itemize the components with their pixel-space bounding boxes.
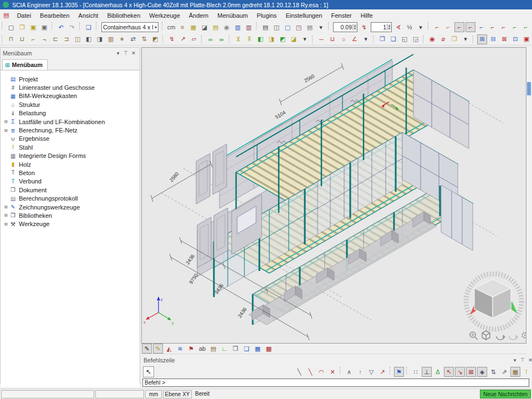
snap-tangent-icon[interactable]: ↗ <box>377 367 387 377</box>
view-control-icons[interactable] <box>470 331 526 340</box>
menu-bearbeiten[interactable]: Bearbeiten <box>35 11 74 20</box>
multicopy-icon[interactable]: ⇅ <box>139 34 149 44</box>
cancel-draw-icon[interactable]: ✕ <box>328 367 337 377</box>
member-table-icon[interactable]: ▥ <box>233 22 243 32</box>
tree-item-bibliotheken[interactable]: ⊞❒Bibliotheken <box>1 211 140 219</box>
layer-filter-icon-4[interactable]: ⌐ <box>466 22 475 32</box>
tree-item-holz[interactable]: ▮Holz <box>1 160 140 168</box>
child-window-icon[interactable]: ▤ <box>3 12 9 19</box>
spinner-arrows[interactable]: ▲▼ <box>352 24 357 30</box>
calculator-icon[interactable]: ▦ <box>188 22 198 32</box>
units-icon[interactable]: cm <box>166 22 176 32</box>
surface-numbers-icon[interactable]: ⊡ <box>510 34 520 44</box>
hide-elements-icon[interactable]: ⌀ <box>438 34 448 44</box>
layer-filter-icon-1[interactable]: ⌐ <box>432 22 442 32</box>
copy-icon[interactable]: ❐ <box>377 34 387 44</box>
snap-point-icon[interactable]: ⊺ <box>521 367 531 377</box>
result-table-icon[interactable]: ▥ <box>244 22 254 32</box>
new-document-icon[interactable]: ▢ <box>6 22 16 32</box>
visibility-icon[interactable]: ◉ <box>427 34 437 44</box>
cursor-mode-button[interactable]: ↖ <box>143 366 154 377</box>
orbit-alt-icon[interactable] <box>509 335 518 340</box>
layer-filter-icon-6[interactable]: ⌐ <box>488 22 498 32</box>
layer-filter-icon-8[interactable]: ⌐ <box>510 22 520 32</box>
open-project-icon[interactable]: ❐ <box>17 22 27 32</box>
snap-toggle-icon[interactable]: ⇅ <box>488 367 498 377</box>
layer-filter-icon-3[interactable]: ⌐ <box>454 22 464 32</box>
snap-nearest-icon[interactable]: ↘ <box>455 367 465 377</box>
disconnect-members-icon[interactable]: ⊼ <box>244 34 254 44</box>
print-icon[interactable]: ▤ <box>260 22 270 32</box>
stretch-member-icon[interactable]: ⊏ <box>50 34 60 44</box>
more-display-icon[interactable]: ▾ <box>416 22 426 32</box>
modify-polygon-icon[interactable]: ▱ <box>189 34 199 44</box>
snap-node-icon[interactable]: ◈ <box>477 367 487 377</box>
more-export-icon[interactable]: ▾ <box>316 22 326 32</box>
layer-filter-icon-2[interactable]: ⌐ <box>443 22 453 32</box>
expander-icon[interactable]: ⊞ <box>3 222 9 227</box>
project-window-icon[interactable]: ❏ <box>84 22 94 32</box>
menu-bibliotheken[interactable]: Bibliotheken <box>103 11 145 20</box>
cursor-snap-icon[interactable]: ⚑ <box>394 367 404 377</box>
command-input[interactable]: Befehl > <box>142 378 529 387</box>
draw-arc-icon[interactable]: ◠ <box>316 367 326 377</box>
new-messages-badge[interactable]: Neue Nachrichten <box>480 390 531 398</box>
wireframe-view-icon[interactable]: ✎ <box>142 344 152 354</box>
trim-member-icon[interactable]: ⊐ <box>62 34 71 44</box>
menu-einstellungen[interactable]: Einstellungen <box>281 11 326 20</box>
menu-werkzeuge[interactable]: Werkzeuge <box>145 11 184 20</box>
snap-mesh-icon[interactable]: ▦ <box>510 367 520 377</box>
fillet-member-icon[interactable]: ▥ <box>106 34 116 44</box>
display-scale-input[interactable]: 0.09 ▲▼ <box>333 22 357 32</box>
scrollbar-thumb[interactable] <box>527 82 531 95</box>
view-settings-gear-icon[interactable] <box>523 333 526 338</box>
view-cube-icon[interactable] <box>482 331 490 340</box>
tree-item-bim-werkzeugkasten[interactable]: ▦BIM-Werkzeugkasten <box>1 92 140 100</box>
paper-icon[interactable]: ▤ <box>305 22 315 32</box>
pattern-icon[interactable]: ◩ <box>150 34 160 44</box>
layer-filter-icon-9[interactable]: ⌐ <box>521 22 531 32</box>
tree-item-integrierte-design-forms[interactable]: ▥Integrierte Design Forms <box>1 152 140 160</box>
paste-properties-icon[interactable]: ◲ <box>411 34 421 44</box>
tree-item-werkzeuge[interactable]: ⊞⚒Werkzeuge <box>1 220 140 228</box>
save-as-icon[interactable]: ▣ <box>39 22 49 32</box>
layer-filter-icon-7[interactable]: ⌐ <box>499 22 509 32</box>
tree-item-struktur[interactable]: ⌂Struktur <box>1 100 140 109</box>
book-view-icon[interactable]: ❒ <box>231 344 241 354</box>
decimal-display-icon[interactable]: ½ <box>405 22 415 32</box>
spinner-arrows[interactable]: ▲▼ <box>387 24 391 30</box>
undo-icon[interactable]: ↶ <box>56 22 66 32</box>
tab-menuebaum[interactable]: ⊞ Menübaum <box>2 59 48 70</box>
colored-grid-icon[interactable]: ▩ <box>264 344 274 354</box>
snap-intersection-icon[interactable]: ▽ <box>366 367 376 377</box>
print-preview-icon[interactable]: ◫ <box>272 22 282 32</box>
draw-circle-icon[interactable]: ○ <box>339 34 349 44</box>
load-display-icon[interactable]: ↯ <box>359 22 369 32</box>
axes-view-icon[interactable]: ∟ <box>219 344 229 354</box>
snap-grid-icon[interactable]: ∷ <box>411 367 421 377</box>
rotate-member-icon[interactable]: ⌐ <box>28 34 38 44</box>
draw-line-red-icon[interactable]: ╲ <box>305 367 315 377</box>
tree-item-zeichnungswerkzeuge[interactable]: ⊞✎Zeichnungswerkzeuge <box>1 203 140 211</box>
panel-pin-icon[interactable]: ⊤ <box>519 357 526 363</box>
stamp-view-icon[interactable]: ▤ <box>208 344 218 354</box>
tree-item-beton[interactable]: TBeton <box>1 168 140 177</box>
viewport-scrollbar[interactable] <box>527 47 531 344</box>
expander-icon[interactable]: ⊞ <box>3 119 9 124</box>
text-check-icon[interactable]: ab <box>197 344 207 354</box>
snap-perpendicular-icon[interactable]: ↖ <box>444 367 454 377</box>
drag-node-icon[interactable]: ↗ <box>178 34 188 44</box>
menu-ansicht[interactable]: Ansicht <box>74 11 103 20</box>
table-view-icon[interactable]: ▦ <box>253 344 263 354</box>
angle-display-icon[interactable]: ∢ <box>393 22 403 32</box>
surface-view-icon[interactable]: ◭ <box>164 344 174 354</box>
member-numbers-icon[interactable]: ⊠ <box>499 34 509 44</box>
clipping-box-icon[interactable]: ◪ <box>200 22 209 32</box>
menu-menuebaum[interactable]: Menübaum <box>213 11 252 20</box>
save-icon[interactable]: ▣ <box>28 22 38 32</box>
tree-item-belastung[interactable]: ⇓Belastung <box>1 109 140 117</box>
layer-filter-icon-5[interactable]: ⌐ <box>477 22 487 32</box>
tree-item-lastfaelle[interactable]: ⊞ΣLastfälle und LF-Kombinationen <box>1 117 140 126</box>
more-view-icon[interactable]: ▾ <box>461 34 470 44</box>
tree-item-berechnungsprotokoll[interactable]: ▤Berechnungsprotokoll <box>1 194 140 202</box>
